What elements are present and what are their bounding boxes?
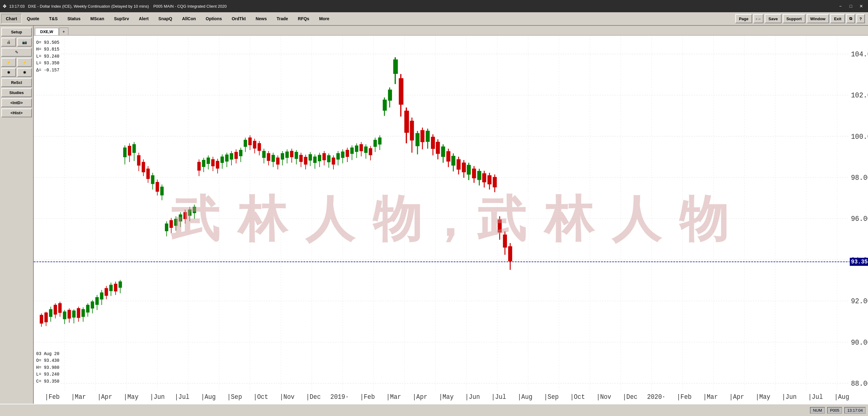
menu-btn-snapq[interactable]: SnapQ xyxy=(154,14,177,24)
bottom-close: C= 93.350 xyxy=(36,378,59,385)
support-button[interactable]: Support xyxy=(783,14,805,23)
svg-rect-223 xyxy=(378,137,381,144)
svg-rect-269 xyxy=(498,220,501,232)
edit-button[interactable]: ✎ xyxy=(1,48,32,57)
svg-text:104.000: 104.000 xyxy=(851,50,868,59)
chart-container[interactable]: DXE,W + O= 93.505 H= 93.815 L= 93.240 L=… xyxy=(34,26,868,404)
svg-rect-231 xyxy=(399,78,403,104)
svg-rect-127 xyxy=(156,182,159,192)
svg-text:|May: |May xyxy=(755,393,770,401)
svg-text:|Aug: |Aug xyxy=(518,393,532,401)
svg-rect-159 xyxy=(230,154,233,160)
svg-rect-237 xyxy=(415,133,419,146)
menu-btn-supsrv[interactable]: SupSrv xyxy=(110,14,134,24)
up-button[interactable]: ⚡ xyxy=(1,58,16,67)
menu-btn-ordtkt[interactable]: OrdTkt xyxy=(227,14,250,24)
restore-icon-button[interactable]: ⧉ xyxy=(846,14,855,23)
ohlc-delta: Δ= -0.157 xyxy=(36,67,59,73)
menu-btn-news[interactable]: News xyxy=(251,14,272,24)
svg-text:90.000: 90.000 xyxy=(851,339,868,347)
svg-text:|Sep: |Sep xyxy=(227,393,242,401)
menu-btn-chart[interactable]: Chart xyxy=(1,14,22,24)
svg-text:|Apr: |Apr xyxy=(412,393,427,401)
close-button[interactable]: ✕ xyxy=(857,2,866,10)
svg-rect-187 xyxy=(295,152,298,159)
svg-rect-257 xyxy=(467,165,470,174)
svg-rect-227 xyxy=(388,90,392,100)
svg-rect-93 xyxy=(77,309,80,318)
arrow-button[interactable]: -→ xyxy=(753,14,764,23)
svg-rect-175 xyxy=(267,154,270,161)
svg-rect-219 xyxy=(369,148,372,155)
svg-text:|Dec: |Dec xyxy=(306,393,320,401)
menu-btn-mscan[interactable]: MScan xyxy=(86,14,109,24)
svg-text:|Feb: |Feb xyxy=(45,393,59,401)
svg-rect-165 xyxy=(244,140,247,147)
svg-text:|Oct: |Oct xyxy=(570,393,585,401)
num-indicator: NUM xyxy=(810,407,825,414)
svg-rect-179 xyxy=(276,158,279,164)
exit-button[interactable]: Exit xyxy=(830,14,845,23)
down-button[interactable]: ⚡ xyxy=(17,58,32,67)
svg-text:|Mar: |Mar xyxy=(703,393,718,401)
menu-btn-more[interactable]: More xyxy=(314,14,334,24)
zoom-in-button[interactable]: ✱ xyxy=(1,68,16,77)
zoom-out-button[interactable]: ✱ xyxy=(17,68,32,77)
svg-text:|Jun: |Jun xyxy=(150,393,164,401)
svg-rect-83 xyxy=(54,305,57,315)
print-camera-row: 🖨 📷 xyxy=(1,38,32,46)
svg-rect-155 xyxy=(221,157,224,163)
minimize-button[interactable]: − xyxy=(836,2,845,10)
svg-rect-147 xyxy=(202,160,205,167)
hist-button[interactable]: <Hist> xyxy=(1,108,32,117)
chart-tab-dxe[interactable]: DXE,W xyxy=(35,28,59,35)
menu-btn-options[interactable]: Options xyxy=(201,14,226,24)
svg-text:|Oct: |Oct xyxy=(253,393,268,401)
print-button[interactable]: 🖨 xyxy=(1,38,16,46)
svg-text:|Aug: |Aug xyxy=(834,393,849,401)
svg-rect-111 xyxy=(119,282,122,288)
menu-btn-rfqs[interactable]: RFQs xyxy=(293,14,314,24)
title-text: 13:17:03 DXE - Dollar Index (ICE), Weekl… xyxy=(9,4,836,8)
intd-button[interactable]: <IntD> xyxy=(1,98,32,107)
svg-rect-189 xyxy=(300,155,303,162)
menu-btn-status[interactable]: Status xyxy=(63,14,85,24)
window-button[interactable]: Window xyxy=(807,14,829,23)
window-controls[interactable]: − □ ✕ xyxy=(836,2,866,10)
svg-rect-259 xyxy=(472,169,476,178)
save-button[interactable]: Save xyxy=(765,14,781,23)
svg-rect-133 xyxy=(170,220,173,228)
add-tab-button[interactable]: + xyxy=(59,28,68,35)
menu-btn-alert[interactable]: Alert xyxy=(134,14,153,24)
bottom-date: 03 Aug 20 xyxy=(36,350,59,357)
chart-svg: 104.000 102.000 100.000 98.000 96.000 94… xyxy=(34,35,868,404)
svg-rect-205 xyxy=(337,154,340,160)
studies-button[interactable]: Studies xyxy=(1,88,32,97)
menu-btn-quote[interactable]: Quote xyxy=(22,14,44,24)
svg-text:|Jun: |Jun xyxy=(782,393,797,401)
page-button[interactable]: Page xyxy=(735,14,752,23)
menu-btn-t&s[interactable]: T&S xyxy=(44,14,62,24)
svg-rect-91 xyxy=(72,311,75,317)
menu-btn-allcon[interactable]: AllCon xyxy=(178,14,200,24)
restore-button[interactable]: □ xyxy=(846,2,855,10)
rescl-button[interactable]: ReScl xyxy=(1,78,32,87)
svg-text:98.000: 98.000 xyxy=(851,174,868,182)
ohlc-high: H= 93.815 xyxy=(36,46,59,53)
ohlc-open: O= 93.505 xyxy=(36,39,59,46)
camera-button[interactable]: 📷 xyxy=(17,38,32,46)
svg-text:|Apr: |Apr xyxy=(729,393,744,401)
chart-area[interactable]: O= 93.505 H= 93.815 L= 93.240 L= 93.350 … xyxy=(34,35,868,404)
svg-rect-97 xyxy=(86,305,89,313)
svg-text:100.000: 100.000 xyxy=(851,133,868,141)
svg-rect-85 xyxy=(59,303,62,313)
setup-button[interactable]: Setup xyxy=(1,28,32,36)
svg-rect-203 xyxy=(332,158,335,164)
svg-rect-211 xyxy=(350,148,353,154)
menu-btn-trade[interactable]: Trade xyxy=(272,14,292,24)
svg-rect-141 xyxy=(188,210,191,216)
menu-bar: ChartQuoteT&SStatusMScanSupSrvAlertSnapQ… xyxy=(0,12,868,26)
up-down-row: ⚡ ⚡ xyxy=(1,58,32,67)
svg-text:88.000: 88.000 xyxy=(851,380,868,388)
help-button[interactable]: ? xyxy=(856,14,865,23)
